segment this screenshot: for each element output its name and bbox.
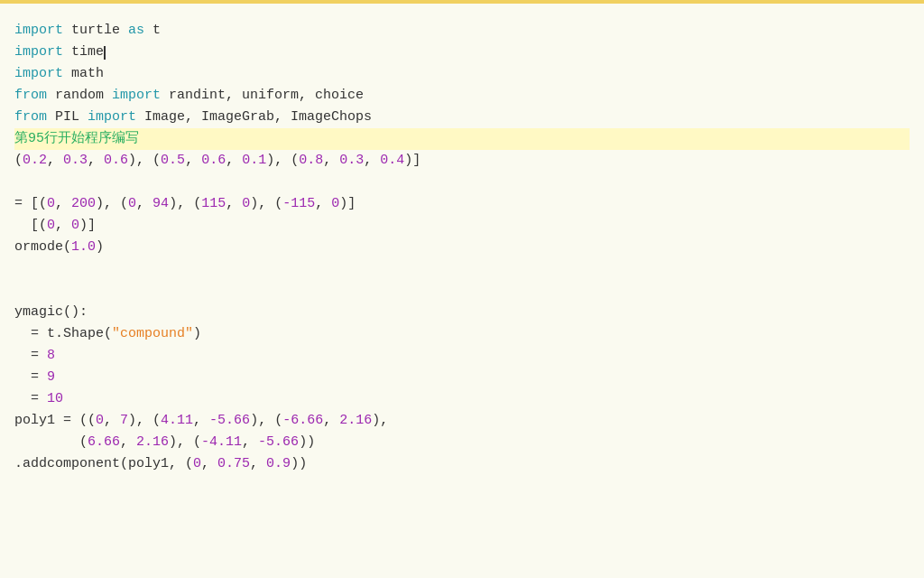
code-line-11: ormode(1.0) <box>14 237 910 258</box>
code-line-15: = t.Shape("compound") <box>14 323 910 345</box>
code-line-19: poly1 = ((0, 7), (4.11, -5.66), (-6.66, … <box>14 410 910 432</box>
code-line-1: import turtle as t <box>14 20 910 42</box>
code-area[interactable]: import turtle as t import time import ma… <box>0 13 924 482</box>
code-line-8 <box>14 172 910 193</box>
code-line-20: (6.66, 2.16), (-4.11, -5.66)) <box>14 432 910 453</box>
code-line-12 <box>14 258 910 280</box>
code-line-3: import math <box>14 63 910 85</box>
code-line-7: (0.2, 0.3, 0.6), (0.5, 0.6, 0.1), (0.8, … <box>14 150 910 172</box>
code-line-18: = 10 <box>14 388 910 410</box>
code-line-4: from random import randint, uniform, cho… <box>14 85 910 107</box>
top-border <box>0 0 924 4</box>
code-line-5: from PIL import Image, ImageGrab, ImageC… <box>14 107 910 128</box>
code-line-2: import time <box>14 42 910 63</box>
code-line-13 <box>14 280 910 302</box>
code-line-14: ymagic(): <box>14 302 910 323</box>
editor-container: import turtle as t import time import ma… <box>0 0 924 578</box>
code-line-16: = 8 <box>14 345 910 367</box>
code-line-17: = 9 <box>14 367 910 388</box>
code-line-21: .addcomponent(poly1, (0, 0.75, 0.9)) <box>14 453 910 475</box>
code-line-9: = [(0, 200), (0, 94), (115, 0), (-115, 0… <box>14 193 910 215</box>
code-line-10: [(0, 0)] <box>14 215 910 237</box>
code-line-6: 第95行开始程序编写 <box>14 128 910 150</box>
